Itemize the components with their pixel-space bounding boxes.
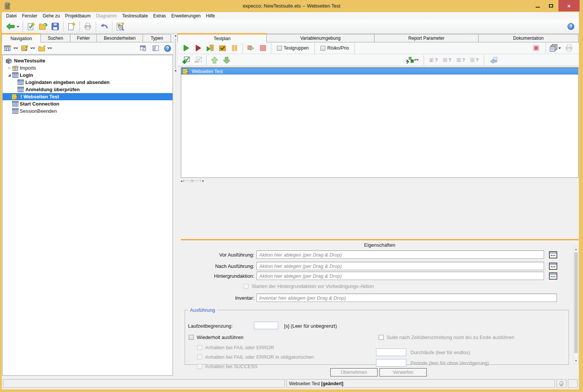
new-document-button[interactable] xyxy=(65,21,78,32)
tab-typen[interactable]: Typen xyxy=(143,34,171,42)
scroll-down-icon[interactable]: ▼ xyxy=(574,358,578,364)
scroll-up-icon[interactable]: ▲ xyxy=(574,246,578,252)
splitter-collapse-icon[interactable]: ▼ xyxy=(202,180,204,182)
detach-window-button[interactable] xyxy=(139,44,148,53)
nach-ausfuehrung-browse-button[interactable] xyxy=(549,262,558,270)
copies-button[interactable] xyxy=(549,42,561,54)
expander-collapsed-icon[interactable]: ▷ xyxy=(7,66,12,70)
splitter-collapse-icon[interactable]: ◄ xyxy=(174,34,177,37)
close-button[interactable]: × xyxy=(558,0,580,11)
run-to-button[interactable] xyxy=(404,54,420,66)
print-report-button xyxy=(563,42,575,54)
help-button[interactable]: ? xyxy=(567,23,574,30)
tab-testplan[interactable]: Testplan xyxy=(177,33,267,42)
settings-search-button[interactable] xyxy=(114,21,126,32)
tab-variablenumgebung[interactable]: Variablenumgebung xyxy=(266,34,375,42)
status-message-panel xyxy=(3,379,285,388)
back-button[interactable] xyxy=(4,21,21,32)
tab-besonderheiten[interactable]: Besonderheiten xyxy=(96,34,143,42)
checkbox[interactable] xyxy=(277,46,282,51)
move-down-button[interactable] xyxy=(221,54,233,66)
tree-row[interactable]: NewTestsuite xyxy=(3,57,173,64)
question-icon: ? xyxy=(449,58,451,63)
properties-title: Eigenschaften xyxy=(181,242,578,248)
tree-row[interactable]: ▷ Imports xyxy=(3,64,173,72)
undo-button[interactable] xyxy=(98,21,110,32)
tab-dokumentation[interactable]: Dokumentation xyxy=(478,34,578,42)
tree-help-button[interactable]: ? xyxy=(163,44,172,53)
tab-fehler[interactable]: Fehler xyxy=(70,34,97,42)
laufzeit-field[interactable] xyxy=(254,322,278,329)
vor-ausfuehrung-label: Vor Ausführung: xyxy=(181,252,254,258)
run-button[interactable] xyxy=(180,42,192,54)
run-with-debugger-button[interactable] xyxy=(192,42,204,54)
add-item-button[interactable] xyxy=(180,54,192,66)
checkbox[interactable] xyxy=(379,335,384,340)
tree-row[interactable]: Anmeldung überprüfen xyxy=(3,86,173,93)
expander-expanded-icon[interactable]: ◢ xyxy=(7,73,12,77)
checkbox[interactable] xyxy=(320,46,325,51)
tree-row[interactable]: Start Connection xyxy=(3,100,173,107)
tree-row[interactable]: ◢ Login xyxy=(3,72,173,79)
hintergrundaktion-field[interactable] xyxy=(257,272,544,280)
tree-row[interactable]: Logindaten eingeben und absenden xyxy=(3,79,173,86)
testgruppen-checkbox[interactable]: Testgruppen xyxy=(273,43,312,53)
new-folder-button[interactable] xyxy=(37,44,53,53)
tab-navigation[interactable]: Navigation xyxy=(2,33,41,42)
wiederholt-checkbox[interactable]: Wiederholt ausführen xyxy=(189,334,244,340)
tab-suchen[interactable]: Suchen xyxy=(40,34,70,42)
minimize-button[interactable] xyxy=(532,0,544,11)
hintergrundaktion-browse-button[interactable] xyxy=(549,272,558,280)
panel-splitter[interactable]: ◄ ◄ xyxy=(173,34,178,378)
vor-ausfuehrung-field[interactable] xyxy=(257,250,544,259)
run-testplan-button[interactable] xyxy=(204,42,216,54)
suite-overrun-checkbox[interactable]: Suite nach Zeitüberschreitung noch bis z… xyxy=(379,334,515,340)
risiko-prio-checkbox[interactable]: Risiko/Prio xyxy=(317,43,353,53)
new-testplan-button[interactable] xyxy=(20,44,36,53)
tab-report-parameter[interactable]: Report Parameter xyxy=(374,34,479,42)
splitter-collapse-icon[interactable]: ◄ xyxy=(174,69,177,72)
question-icon: ? xyxy=(462,58,465,63)
menubar: Datei Fenster Gehe zu Projektbaum Diagra… xyxy=(2,12,579,20)
vor-ausfuehrung-browse-button[interactable] xyxy=(549,250,558,259)
list-properties-splitter[interactable]: ◄ ▼ xyxy=(179,179,578,183)
status-modified-badge: [geändert] xyxy=(321,381,344,386)
maximize-button[interactable] xyxy=(545,0,557,11)
layout-button[interactable] xyxy=(151,44,160,53)
nach-ausfuehrung-field[interactable] xyxy=(257,262,544,270)
print-button[interactable] xyxy=(82,21,94,32)
periode-field[interactable] xyxy=(376,359,406,367)
breakpoint-indicator-button[interactable] xyxy=(530,42,542,54)
back-dropdown-icon xyxy=(16,25,20,28)
tree-row-selected[interactable]: ! Webseiten Test xyxy=(3,93,173,100)
checkbox xyxy=(197,345,202,350)
project-tree: NewTestsuite ▷ Imports ◢ xyxy=(2,55,173,376)
menu-gehe-zu[interactable]: Gehe zu xyxy=(40,12,62,19)
scrollbar-thumb[interactable] xyxy=(574,252,578,353)
menu-projektbaum[interactable]: Projektbaum xyxy=(62,12,93,19)
properties-scrollbar[interactable]: ▲ ▼ xyxy=(574,246,578,364)
menu-fenster[interactable]: Fenster xyxy=(19,12,40,19)
menu-testresultate[interactable]: Testresultate xyxy=(120,12,151,19)
new-action-button[interactable] xyxy=(3,44,19,53)
help-icon: ? xyxy=(567,23,574,30)
open-button[interactable] xyxy=(37,21,49,32)
list-item-selected[interactable]: Webseiten Test xyxy=(181,68,578,75)
splitter-collapse-icon[interactable]: ◄ xyxy=(180,180,183,182)
verwerfen-button[interactable]: Verwerfen xyxy=(379,368,427,376)
move-up-button[interactable] xyxy=(208,54,221,66)
menu-erweiterungen[interactable]: Erweiterungen xyxy=(169,12,203,19)
right-tabs: Testplan Variablenumgebung Report Parame… xyxy=(178,34,579,42)
menu-datei[interactable]: Datei xyxy=(3,12,19,19)
inventar-field[interactable] xyxy=(257,294,557,302)
checkbox[interactable] xyxy=(189,335,194,340)
menu-diagramm: Diagramm xyxy=(93,12,119,19)
uebernehmen-button[interactable]: Übernehmen xyxy=(330,368,378,376)
durchlaeufe-field[interactable] xyxy=(376,348,406,356)
accept-button[interactable] xyxy=(25,21,37,32)
menu-extras[interactable]: Extras xyxy=(151,12,169,19)
save-button[interactable] xyxy=(49,21,61,32)
menu-hilfe[interactable]: Hilfe xyxy=(203,12,218,19)
tree-row[interactable]: SessionBeenden xyxy=(3,107,173,115)
run-checked-button[interactable] xyxy=(216,42,229,54)
